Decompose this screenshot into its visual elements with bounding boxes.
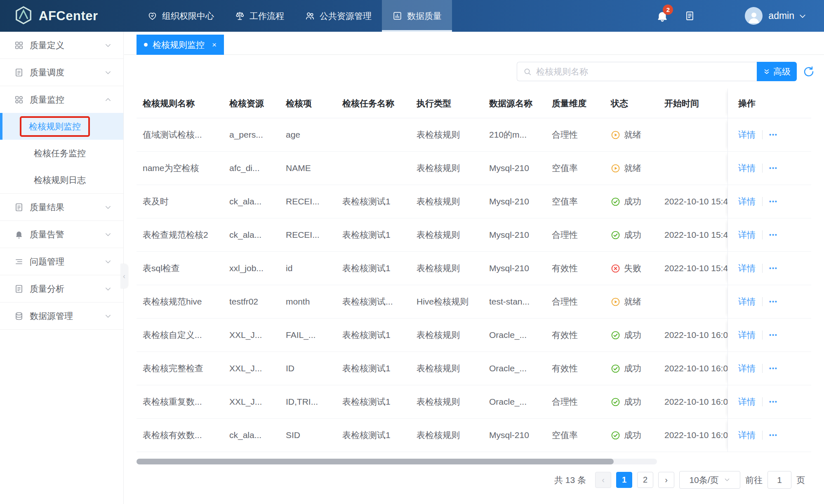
cell-task_name: 表检核测试1	[336, 429, 410, 441]
sidebar-item-quality-definition[interactable]: 质量定义	[0, 32, 123, 59]
more-actions-button[interactable]: •••	[769, 232, 778, 238]
more-actions-button[interactable]: •••	[769, 399, 778, 405]
more-actions-button[interactable]: •••	[769, 432, 778, 438]
table-row: 表检查规范检核2ck_ala...RECEI...表检核测试1表检核规则Mysq…	[137, 218, 811, 252]
goto-page-input[interactable]	[767, 471, 791, 489]
more-actions-button[interactable]: •••	[769, 298, 778, 305]
sidebar-collapse-handle[interactable]: ‹	[120, 264, 128, 288]
cell-rule_name: 表检核完整检查	[137, 363, 223, 374]
document-icon	[14, 284, 24, 294]
cell-dimension: 空值率	[546, 162, 605, 174]
advanced-search-button[interactable]: 高级	[757, 62, 797, 81]
detail-link[interactable]: 详情	[738, 329, 756, 341]
cell-status: 成功	[605, 229, 658, 241]
more-actions-button[interactable]: •••	[769, 198, 778, 205]
user-name[interactable]: admin	[768, 10, 794, 21]
detail-link[interactable]: 详情	[738, 129, 756, 141]
cell-datasource: Mysql-210	[483, 230, 546, 240]
status-fail-icon	[611, 264, 620, 273]
goto-unit: 页	[796, 474, 805, 486]
horizontal-scrollbar-thumb[interactable]	[137, 459, 614, 464]
sidebar-item-label: 质量调度	[30, 67, 64, 78]
page-size-select[interactable]: 10条/页	[679, 471, 740, 489]
status-badge: 就绪	[611, 296, 658, 307]
cell-rule_name: 表检查规范检核2	[137, 229, 223, 241]
more-actions-button[interactable]: •••	[769, 131, 778, 138]
pagination-next-button[interactable]: ›	[658, 472, 674, 488]
detail-link[interactable]: 详情	[738, 263, 756, 274]
detail-link[interactable]: 详情	[738, 229, 756, 241]
detail-link[interactable]: 详情	[738, 429, 756, 441]
sidebar-item-issue-management[interactable]: 问题管理	[0, 248, 123, 275]
cell-check_item: month	[280, 297, 336, 307]
cell-rule_name: 表检核自定义...	[137, 329, 223, 341]
cell-exec_type: 表检核规则	[410, 396, 483, 408]
action-divider	[762, 164, 763, 173]
sidebar-item-quality-alert[interactable]: 质量告警	[0, 221, 123, 248]
cell-datasource: Mysql-210	[483, 197, 546, 206]
sidebar-subitem-label: 检核规则日志	[34, 174, 86, 186]
tab-close-icon[interactable]: ×	[212, 40, 217, 49]
table-row: 表检核规范hivetestfr02month表检核测试...Hive检核规则te…	[137, 285, 811, 319]
sidebar-item-quality-result[interactable]: 质量结果	[0, 194, 123, 220]
page-size-label: 10条/页	[689, 474, 718, 486]
status-badge: 成功	[611, 429, 658, 441]
pagination: 共 13 条‹12› 10条/页 前往页	[124, 471, 824, 489]
sidebar-item-check-task-monitor[interactable]: 检核任务监控	[0, 140, 123, 166]
cell-datasource: Mysql-210	[483, 263, 546, 273]
grid-icon	[14, 40, 24, 50]
status-text: 成功	[624, 196, 641, 207]
cell-resource: XXL_J...	[223, 363, 280, 373]
detail-link[interactable]: 详情	[738, 162, 756, 174]
notification-badge: 2	[663, 5, 673, 15]
nav-item-public-resource[interactable]: 公共资源管理	[294, 0, 382, 32]
action-divider	[762, 331, 763, 340]
pagination-page-1[interactable]: 1	[616, 472, 632, 488]
search-input[interactable]	[536, 67, 751, 77]
notification-bell-button[interactable]: 2	[656, 10, 669, 22]
sidebar-item-quality-monitor[interactable]: 质量监控	[0, 86, 123, 113]
detail-link[interactable]: 详情	[738, 196, 756, 207]
refresh-button[interactable]	[803, 66, 815, 78]
cell-datasource: Mysql-210	[483, 163, 546, 173]
sidebar-item-datasource-management[interactable]: 数据源管理	[0, 302, 123, 329]
sidebar-item-check-rule-log[interactable]: 检核规则日志	[0, 166, 123, 193]
nav-item-workflow[interactable]: 工作流程	[224, 0, 294, 32]
cell-actions: 详情 •••	[727, 319, 811, 352]
pagination-page-2[interactable]: 2	[637, 472, 653, 488]
status-text: 成功	[624, 363, 641, 374]
status-ready-icon	[611, 164, 620, 173]
table-header-row: 检核规则名称检核资源检核项检核任务名称执行类型数据源名称质量维度状态开始时间操作	[137, 89, 811, 118]
pagination-prev-button[interactable]: ‹	[595, 472, 611, 488]
main-content: 检核规则监控 × 高级 检核规则名称检核资源检核项检核任务名称执行类型数据源名	[124, 32, 824, 504]
cell-dimension: 合理性	[546, 296, 605, 307]
tab-label: 检核规则监控	[153, 39, 205, 51]
cell-exec_type: 表检核规则	[410, 129, 483, 141]
chevron-down-icon	[724, 475, 730, 485]
sidebar-group-datasource-management: 数据源管理	[0, 302, 123, 330]
nav-item-org-permission[interactable]: 组织权限中心	[137, 0, 224, 32]
cell-datasource: Oracle_...	[483, 363, 546, 373]
more-actions-button[interactable]: •••	[769, 332, 778, 338]
column-header-8: 开始时间	[658, 98, 727, 109]
more-actions-button[interactable]: •••	[769, 365, 778, 372]
status-text: 就绪	[624, 162, 641, 174]
sidebar-item-label: 质量告警	[30, 229, 64, 240]
sidebar-item-quality-analysis[interactable]: 质量分析	[0, 275, 123, 302]
detail-link[interactable]: 详情	[738, 363, 756, 374]
cell-check_item: RECEI...	[280, 230, 336, 240]
document-panel-button[interactable]	[684, 10, 695, 21]
chevron-down-icon[interactable]	[798, 12, 807, 20]
more-actions-button[interactable]: •••	[769, 265, 778, 272]
detail-link[interactable]: 详情	[738, 396, 756, 408]
sidebar-item-check-rule-monitor[interactable]: 检核规则监控	[0, 113, 123, 140]
more-actions-button[interactable]: •••	[769, 165, 778, 171]
sidebar-item-quality-schedule[interactable]: 质量调度	[0, 59, 123, 86]
cell-dimension: 合理性	[546, 396, 605, 408]
avatar[interactable]	[745, 7, 763, 25]
nav-item-data-quality[interactable]: 数据质量	[382, 0, 452, 32]
action-divider	[762, 230, 763, 239]
tab-check-rule-monitor[interactable]: 检核规则监控 ×	[137, 35, 224, 55]
detail-link[interactable]: 详情	[738, 296, 756, 307]
cell-task_name: 表检核测试1	[336, 263, 410, 274]
